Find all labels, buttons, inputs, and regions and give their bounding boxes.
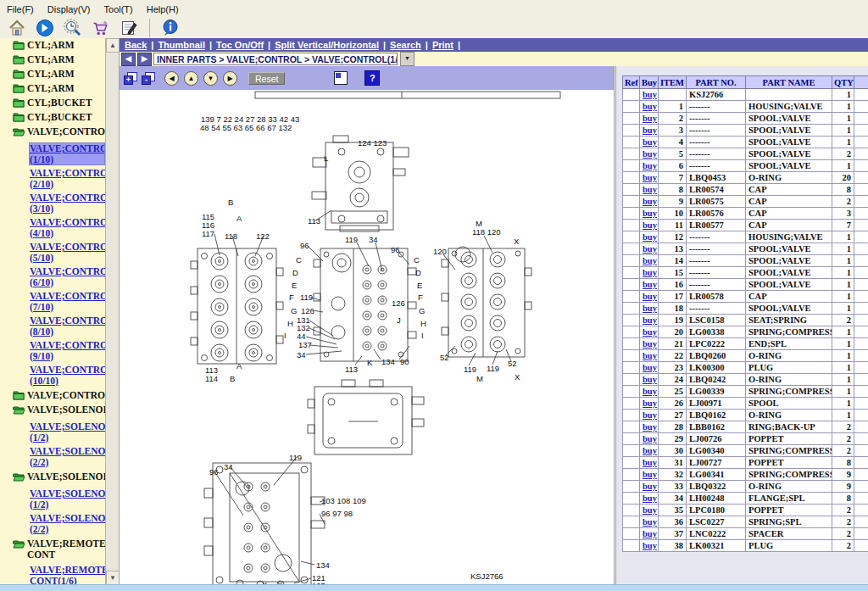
edit-icon[interactable] (119, 18, 139, 38)
nav-link-split-vertical-horizontal[interactable]: Split Vertical/Horizontal (275, 40, 379, 50)
tree-page-link[interactable]: VALVE;CONTROL (10/10) (30, 365, 106, 386)
tree-folder-cyl-arm[interactable]: CYL;ARM (0, 82, 106, 97)
buy-link[interactable]: buy (643, 470, 657, 479)
remark-cell (854, 160, 868, 172)
buy-link[interactable]: buy (643, 363, 657, 372)
buy-link[interactable]: buy (643, 125, 657, 135)
tree-folder-cyl-bucket[interactable]: CYL;BUCKET (0, 111, 106, 125)
buy-link[interactable]: buy (643, 339, 657, 348)
nav-link-toc-on-off[interactable]: Toc On/Off (216, 40, 264, 50)
buy-link[interactable]: buy (643, 220, 657, 230)
buy-link[interactable]: buy (643, 197, 657, 206)
tree-page-link[interactable]: VALVE;CONTROL (7/10) (30, 291, 106, 312)
buy-link[interactable]: buy (643, 173, 657, 182)
buy-link[interactable]: buy (643, 458, 657, 467)
buy-link[interactable]: buy (643, 399, 657, 408)
pan-left-button[interactable]: ◀ (164, 71, 179, 86)
tree-page-link[interactable]: VALVE;SOLENOID (1/2) (30, 488, 106, 510)
pan-right-button[interactable]: ▶ (223, 71, 237, 86)
cart-icon[interactable] (91, 18, 111, 38)
tree-folder-valve-solenoid[interactable]: VALVE;SOLENOID (0, 471, 106, 485)
buy-link[interactable]: buy (643, 90, 657, 99)
buy-link[interactable]: buy (643, 541, 657, 550)
tree-folder-valve-remote-cont[interactable]: VALVE;REMOTE CONT (0, 538, 106, 561)
zoom-in-icon[interactable]: + (124, 72, 137, 85)
tree-folder-valve-control[interactable]: VALVE;CONTROL (0, 389, 106, 404)
scroll-down-button[interactable]: ▼ (106, 571, 120, 585)
reset-button[interactable]: Reset (248, 72, 285, 85)
parts-diagram[interactable]: 139 7 22 24 27 28 33 42 4348 54 55 63 65… (120, 90, 614, 585)
help-button[interactable]: ? (364, 70, 380, 86)
nav-link-back[interactable]: Back (125, 40, 147, 50)
tree-page-link[interactable]: VALVE;CONTROL (6/10) (30, 266, 106, 287)
buy-link[interactable]: buy (643, 304, 657, 313)
buy-link[interactable]: buy (643, 149, 657, 159)
pan-up-button[interactable]: ▲ (184, 71, 198, 86)
buy-link[interactable]: buy (643, 232, 657, 242)
tree-folder-cyl-arm[interactable]: CYL;ARM (0, 39, 106, 53)
nav-link-search[interactable]: Search (390, 40, 421, 50)
tree-page-link[interactable]: VALVE;CONTROL (4/10) (30, 217, 106, 238)
go-icon[interactable] (35, 18, 55, 38)
menu-display[interactable]: Display(V) (47, 4, 91, 14)
buy-link[interactable]: buy (643, 493, 657, 503)
buy-link[interactable]: buy (643, 209, 657, 218)
tree-page-link[interactable]: VALVE;REMOTE CONT(1/6) (30, 565, 106, 585)
menu-file[interactable]: File(F) (7, 4, 34, 14)
buy-link[interactable]: buy (643, 102, 657, 111)
tree-folder-cyl-arm[interactable]: CYL;ARM (0, 53, 106, 68)
search-history-icon[interactable] (63, 18, 83, 38)
buy-link[interactable]: buy (643, 292, 657, 301)
tree-page-link[interactable]: VALVE;SOLENOID (1/2) (30, 421, 106, 443)
zoom-out-icon[interactable]: - (142, 72, 155, 85)
buy-link[interactable]: buy (643, 351, 657, 360)
buy-link[interactable]: buy (643, 268, 657, 277)
buy-link[interactable]: buy (643, 161, 657, 170)
tree-page-link[interactable]: VALVE;CONTROL (9/10) (30, 340, 106, 361)
buy-link[interactable]: buy (643, 315, 657, 325)
sidebar-scrollbar[interactable]: ▲ ▼ (105, 38, 119, 585)
buy-link[interactable]: buy (643, 114, 657, 123)
buy-link[interactable]: buy (643, 387, 657, 396)
breadcrumb-dropdown-icon[interactable]: ▼ (400, 52, 415, 66)
buy-link[interactable]: buy (643, 280, 657, 289)
menu-tool[interactable]: Tool(T) (104, 4, 133, 14)
buy-link[interactable]: buy (643, 375, 657, 384)
info-icon[interactable] (160, 18, 181, 38)
tree-folder-cyl-arm[interactable]: CYL;ARM (0, 68, 106, 82)
tree-folder-cyl-bucket[interactable]: CYL;BUCKET (0, 97, 106, 111)
buy-link[interactable]: buy (643, 256, 657, 265)
part-no-cell: LBQ0260 (687, 350, 746, 362)
buy-link[interactable]: buy (643, 505, 657, 515)
tree-page-link[interactable]: VALVE;CONTROL (1/10) (30, 143, 106, 164)
nav-link-print[interactable]: Print (432, 40, 453, 50)
breadcrumb-select[interactable]: INNER PARTS > VALVE;CONTROL > VALVE;CONT… (153, 53, 398, 65)
nav-link-thumbnail[interactable]: Thumbnail (158, 40, 205, 50)
tree-folder-valve-solenoid[interactable]: VALVE;SOLENOID (0, 404, 106, 418)
split-view-icon[interactable] (334, 71, 348, 85)
tree-folder-valve-control[interactable]: VALVE;CONTROL (0, 125, 106, 140)
next-page-button[interactable]: ▶ (137, 53, 152, 66)
prev-page-button[interactable]: ◀ (121, 53, 136, 66)
tree-page-link[interactable]: VALVE;CONTROL (2/10) (30, 168, 106, 189)
buy-link[interactable]: buy (643, 185, 657, 194)
tree-page-link[interactable]: VALVE;SOLENOID (2/2) (30, 513, 106, 534)
buy-link[interactable]: buy (643, 517, 657, 527)
tree-page-link[interactable]: VALVE;CONTROL (5/10) (30, 242, 106, 263)
tree-page-link[interactable]: VALVE;CONTROL (8/10) (30, 315, 106, 337)
home-icon[interactable] (7, 18, 27, 38)
buy-link[interactable]: buy (643, 529, 657, 538)
tree-page-link[interactable]: VALVE;CONTROL (3/10) (30, 192, 106, 214)
pan-down-button[interactable]: ▼ (203, 71, 218, 86)
buy-link[interactable]: buy (643, 410, 657, 420)
buy-link[interactable]: buy (643, 482, 657, 491)
buy-link[interactable]: buy (643, 434, 657, 443)
scroll-up-button[interactable]: ▲ (106, 38, 120, 53)
buy-link[interactable]: buy (643, 327, 657, 337)
buy-link[interactable]: buy (643, 446, 657, 455)
buy-link[interactable]: buy (643, 422, 657, 432)
tree-page-link[interactable]: VALVE;SOLENOID (2/2) (30, 446, 106, 467)
menu-help[interactable]: Help(H) (147, 4, 179, 14)
buy-link[interactable]: buy (643, 137, 657, 147)
buy-link[interactable]: buy (643, 244, 657, 254)
